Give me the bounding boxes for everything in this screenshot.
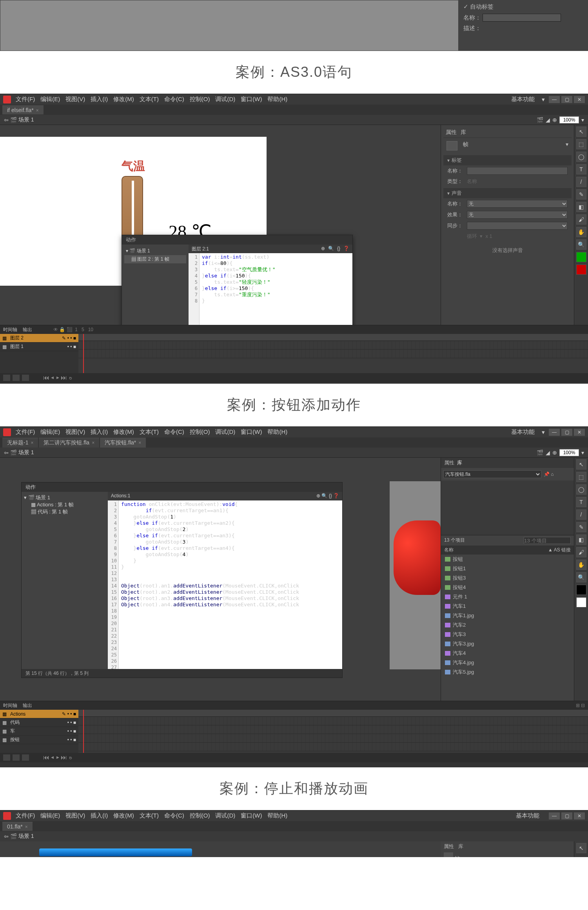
menu-debug[interactable]: 调试(D) — [215, 812, 235, 819]
auto-label-checkbox[interactable]: ✓ 自动标签 — [463, 3, 583, 11]
library-item[interactable]: 汽车2 — [441, 620, 574, 630]
close-icon[interactable]: × — [138, 440, 141, 446]
label-name-input[interactable] — [467, 167, 568, 175]
library-item[interactable]: 按钮3 — [441, 573, 574, 583]
library-item[interactable]: 汽车1 — [441, 602, 574, 611]
tab-timeline[interactable]: 时间轴 — [3, 326, 17, 333]
tab-properties[interactable]: 属性 — [444, 459, 454, 466]
menu-window[interactable]: 窗口(W) — [241, 812, 262, 819]
tab-properties[interactable]: 属性 — [444, 843, 454, 849]
code-area[interactable]: 12345678 var i:int=int(ss.text) if(i<=80… — [189, 253, 352, 325]
fill-color-icon[interactable] — [576, 265, 586, 275]
brush-tool-icon[interactable]: 🖌 — [576, 214, 586, 225]
free-transform-tool-icon[interactable]: ◯ — [576, 484, 586, 495]
library-item[interactable]: 按钮 — [441, 555, 574, 564]
timeline-frames[interactable] — [78, 334, 588, 373]
library-search-input[interactable] — [524, 537, 571, 544]
menu-file[interactable]: 文件(F) — [16, 428, 35, 436]
stage-area[interactable]: 气温 28 ℃ 动作 ▾ 🎬 场景 1 ▦ 图层 2 : 第 1 帧 图层 2:… — [0, 125, 441, 325]
tab-library[interactable]: 库 — [461, 129, 466, 136]
sound-sync-select[interactable] — [467, 222, 568, 230]
subselect-tool-icon[interactable]: ⬚ — [576, 139, 586, 149]
menu-help[interactable]: 帮助(H) — [267, 428, 287, 436]
workspace-dropdown[interactable]: 基本功能 — [511, 96, 535, 103]
window-maximize-button[interactable]: ▢ — [561, 429, 572, 436]
workspace-dropdown[interactable]: 基本功能 — [511, 428, 535, 436]
library-item[interactable]: 按钮4 — [441, 583, 574, 592]
code-text[interactable]: var i:int=int(ss.text) if(i<=80){ ts.tex… — [200, 253, 278, 325]
scene-back-icon[interactable]: ⇦ — [4, 117, 10, 123]
pen-tool-icon[interactable]: ✎ — [576, 522, 586, 532]
close-icon[interactable]: × — [92, 440, 94, 446]
tab-output[interactable]: 输出 — [23, 702, 32, 709]
selection-tool-icon[interactable]: ↖ — [576, 843, 586, 853]
menu-commands[interactable]: 命令(C) — [164, 428, 184, 436]
zoom-dropdown-icon[interactable]: ▾ — [581, 117, 584, 123]
code-tool-icon[interactable]: ❓ — [343, 246, 349, 252]
zoom-input[interactable] — [559, 116, 579, 123]
menu-edit[interactable]: 编辑(E) — [40, 812, 60, 819]
workspace-dropdown[interactable]: 基本功能 — [516, 812, 539, 819]
code-tool-icon[interactable]: ⊕ — [321, 246, 325, 252]
workspace-dropdown-arrow[interactable]: ▾ — [542, 96, 545, 103]
tab-output[interactable]: 输出 — [23, 326, 32, 333]
line-tool-icon[interactable]: / — [576, 509, 586, 520]
library-item[interactable]: 汽车5.jpg — [441, 667, 574, 677]
menu-insert[interactable]: 插入(I) — [91, 428, 108, 436]
zoom-input[interactable] — [559, 449, 579, 456]
menu-control[interactable]: 控制(O) — [190, 96, 210, 103]
free-transform-tool-icon[interactable]: ◯ — [576, 152, 586, 162]
stage-area[interactable]: 动作 ▾ 🎬 场景 1 ▦ Actions : 第 1 帧 ▦ 代码 : 第 1… — [0, 458, 441, 701]
tree-scene[interactable]: ▾ 🎬 场景 1 — [124, 247, 186, 255]
timeline-layer-row[interactable]: ▦代码• • ■ — [0, 718, 78, 727]
timeline-layer-row[interactable]: ▦按钮• • ■ — [0, 736, 78, 744]
menu-view[interactable]: 视图(V) — [65, 96, 85, 103]
menu-text[interactable]: 文本(T) — [140, 812, 159, 819]
window-close-button[interactable]: ✕ — [574, 96, 585, 103]
menu-modify[interactable]: 修改(M) — [113, 96, 134, 103]
new-layer-button[interactable] — [3, 754, 10, 761]
text-tool-icon[interactable]: T — [576, 164, 586, 174]
scene-tool-icon[interactable]: 🎬 — [537, 117, 543, 123]
close-icon[interactable]: × — [31, 440, 33, 446]
new-layer-button[interactable] — [3, 375, 10, 381]
dropdown-icon[interactable]: ▾ — [566, 141, 568, 150]
name-input[interactable] — [483, 14, 561, 22]
window-minimize-button[interactable]: — — [549, 429, 560, 436]
library-item[interactable]: 汽车3.jpg — [441, 639, 574, 649]
sound-name-select[interactable]: 无 — [467, 200, 568, 208]
document-tab[interactable]: 汽车按钮.fla*× — [100, 438, 146, 448]
fill-color-icon[interactable] — [576, 597, 586, 607]
zoom-dropdown-icon[interactable]: ▾ — [581, 450, 584, 456]
menu-text[interactable]: 文本(T) — [140, 428, 159, 436]
code-tool-icon[interactable]: {} — [337, 246, 340, 252]
hand-tool-icon[interactable]: ✋ — [576, 227, 586, 237]
selection-tool-icon[interactable]: ↖ — [576, 459, 586, 470]
menu-window[interactable]: 窗口(W) — [241, 428, 262, 436]
menu-text[interactable]: 文本(T) — [140, 96, 159, 103]
library-item[interactable]: 汽车4 — [441, 649, 574, 658]
window-close-button[interactable]: ✕ — [574, 812, 585, 819]
rectangle-tool-icon[interactable]: ◧ — [576, 535, 586, 545]
library-item[interactable]: 元件 1 — [441, 592, 574, 602]
delete-layer-button[interactable] — [22, 375, 29, 381]
menu-window[interactable]: 窗口(W) — [241, 96, 262, 103]
pen-tool-icon[interactable]: ✎ — [576, 189, 586, 199]
menu-insert[interactable]: 插入(I) — [91, 812, 108, 819]
window-minimize-button[interactable]: — — [549, 812, 560, 819]
scene-tool-icon[interactable]: 🎬 — [537, 450, 543, 456]
scene-tool-icon[interactable]: ◢ — [546, 117, 550, 123]
window-close-button[interactable]: ✕ — [574, 429, 585, 436]
document-tab[interactable]: 第二讲汽车按钮.fla× — [39, 438, 99, 448]
menu-debug[interactable]: 调试(D) — [215, 96, 235, 103]
tab-properties[interactable]: 属性 — [446, 129, 457, 136]
pin-icon[interactable]: 📌 ⌂ — [544, 471, 554, 477]
menu-view[interactable]: 视图(V) — [65, 812, 85, 819]
menu-file[interactable]: 文件(F) — [16, 812, 35, 819]
document-tab[interactable]: 01.fla*× — [2, 822, 33, 831]
window-maximize-button[interactable]: ▢ — [561, 812, 572, 819]
tab-library[interactable]: 库 — [458, 843, 463, 849]
library-item[interactable]: 汽车3 — [441, 630, 574, 639]
playhead-icon[interactable] — [83, 334, 84, 373]
tree-item[interactable]: ▦ Actions : 第 1 帧 — [24, 501, 105, 508]
